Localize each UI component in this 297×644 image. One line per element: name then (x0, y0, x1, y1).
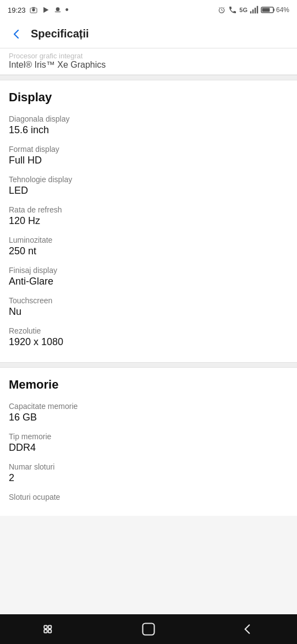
spec-luminozitate: Luminozitate 250 nt (9, 236, 288, 257)
status-bar: 19:23 • 5G 64% (0, 0, 297, 20)
back-button[interactable] (7, 24, 26, 44)
svg-rect-11 (273, 9, 274, 12)
spec-tip-memorie: Tip memorie DDR4 (9, 432, 288, 454)
spec-value-refresh: 120 Hz (9, 215, 288, 227)
spec-label-luminozitate: Luminozitate (9, 236, 288, 244)
bottom-spacer (0, 516, 297, 551)
processor-value: Intel® Iris™ Xe Graphics (9, 60, 288, 70)
spec-label-sloturi-ocupate: Sloturi ocupate (9, 493, 288, 501)
system-back-icon (240, 622, 255, 636)
spec-refresh: Rata de refresh 120 Hz (9, 205, 288, 227)
battery-icon (261, 6, 275, 14)
svg-rect-4 (54, 11, 61, 13)
spec-value-format: Full HD (9, 155, 288, 166)
signal-bars-icon (250, 6, 258, 14)
spec-label-rezolutie: Rezolutie (9, 326, 288, 335)
recent-apps-icon (42, 622, 57, 636)
svg-rect-13 (44, 626, 47, 629)
svg-marker-2 (43, 7, 48, 13)
section-divider-middle (0, 362, 297, 368)
spec-capacitate: Capacitate memorie 16 GB (9, 402, 288, 423)
spec-tehnologie: Tehnologie display LED (9, 175, 288, 197)
spec-value-luminozitate: 250 nt (9, 245, 288, 257)
status-time: 19:23 • (8, 4, 69, 16)
status-icons: 5G 64% (217, 6, 289, 14)
svg-rect-17 (143, 624, 155, 635)
display-section: Display Diagonala display 15.6 inch Form… (0, 80, 297, 362)
processor-label: Procesor grafic integrat (9, 52, 288, 60)
spec-touchscreen: Touchscreen Nu (9, 296, 288, 318)
svg-rect-8 (255, 8, 256, 13)
alarm-icon (217, 6, 226, 14)
memorie-section-title: Memorie (9, 378, 288, 392)
spec-label-diagonala: Diagonala display (9, 114, 288, 123)
spec-label-tip-memorie: Tip memorie (9, 432, 288, 441)
home-button[interactable] (99, 614, 198, 644)
scrolled-header: Procesor grafic integrat Intel® Iris™ Xe… (0, 48, 297, 75)
svg-rect-6 (250, 11, 251, 13)
spec-value-tehnologie: LED (9, 185, 288, 197)
spec-label-numar-sloturi: Numar sloturi (9, 462, 288, 471)
section-divider-top (0, 75, 297, 80)
spec-numar-sloturi: Numar sloturi 2 (9, 462, 288, 484)
spec-value-diagonala: 15.6 inch (9, 124, 288, 136)
back-arrow-icon (10, 28, 23, 41)
svg-rect-7 (252, 9, 254, 13)
spec-label-capacitate: Capacitate memorie (9, 402, 288, 411)
svg-rect-14 (44, 630, 47, 632)
time-display: 19:23 (8, 6, 26, 14)
camera-icon (29, 6, 38, 14)
weather-icon (53, 6, 62, 14)
svg-rect-12 (262, 8, 270, 12)
battery-pct: 64% (276, 6, 289, 14)
top-nav-bar: Specificații (0, 20, 297, 48)
spec-value-tip-memorie: DDR4 (9, 442, 288, 454)
page-title: Specificații (31, 28, 89, 40)
system-back-button[interactable] (198, 614, 297, 644)
home-icon (141, 621, 156, 637)
svg-point-0 (32, 8, 35, 11)
spec-rezolutie: Rezolutie 1920 x 1080 (9, 326, 288, 348)
spec-value-numar-sloturi: 2 (9, 472, 288, 484)
svg-point-3 (56, 7, 59, 11)
svg-rect-15 (48, 626, 51, 629)
spec-value-touchscreen: Nu (9, 306, 288, 318)
phone-icon (228, 6, 237, 14)
spec-label-touchscreen: Touchscreen (9, 296, 288, 305)
spec-label-refresh: Rata de refresh (9, 205, 288, 214)
spec-value-capacitate: 16 GB (9, 412, 288, 423)
bottom-nav-bar (0, 614, 297, 644)
svg-rect-16 (48, 630, 51, 632)
svg-rect-9 (257, 6, 258, 14)
spec-label-finisaj: Finisaj display (9, 266, 288, 275)
spec-finisaj: Finisaj display Anti-Glare (9, 266, 288, 287)
spec-label-tehnologie: Tehnologie display (9, 175, 288, 184)
dot-icon: • (65, 4, 69, 16)
play-icon (41, 6, 50, 14)
memorie-section: Memorie Capacitate memorie 16 GB Tip mem… (0, 368, 297, 516)
spec-value-rezolutie: 1920 x 1080 (9, 336, 288, 348)
display-section-title: Display (9, 90, 288, 105)
spec-value-finisaj: Anti-Glare (9, 276, 288, 287)
spec-format: Format display Full HD (9, 145, 288, 166)
spec-diagonala: Diagonala display 15.6 inch (9, 114, 288, 136)
spec-sloturi-ocupate: Sloturi ocupate (9, 493, 288, 501)
recent-apps-button[interactable] (0, 614, 99, 644)
signal-5g: 5G (239, 7, 248, 13)
spec-label-format: Format display (9, 145, 288, 154)
